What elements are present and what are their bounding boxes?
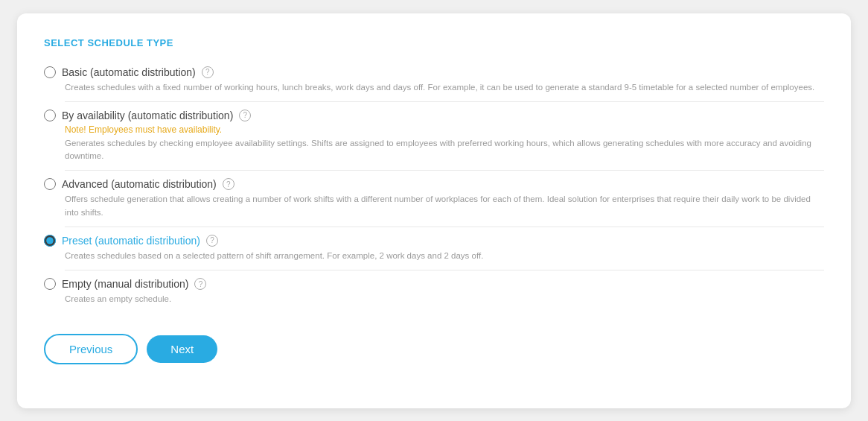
buttons-row: Previous Next	[44, 334, 824, 364]
option-label-row-preset: Preset (automatic distribution)?	[44, 235, 824, 247]
option-item-preset: Preset (automatic distribution)?Creates …	[44, 235, 824, 270]
section-title: SELECT SCHEDULE TYPE	[44, 37, 824, 48]
option-item-by-availability: By availability (automatic distribution)…	[44, 110, 824, 171]
option-item-basic: Basic (automatic distribution)?Creates s…	[44, 66, 824, 102]
schedule-type-card: SELECT SCHEDULE TYPE Basic (automatic di…	[17, 13, 851, 408]
option-description-preset: Creates schedules based on a selected pa…	[65, 250, 824, 270]
option-description-empty: Creates an empty schedule.	[65, 293, 824, 313]
option-label-row-empty: Empty (manual distribution)?	[44, 278, 824, 290]
option-description-basic: Creates schedules with a fixed number of…	[65, 81, 824, 102]
option-label-text-empty[interactable]: Empty (manual distribution)	[62, 278, 188, 290]
radio-basic[interactable]	[44, 66, 56, 78]
option-item-advanced: Advanced (automatic distribution)?Offers…	[44, 178, 824, 227]
option-description-by-availability: Generates schedules by checking employee…	[65, 137, 824, 171]
option-group: Basic (automatic distribution)?Creates s…	[44, 66, 824, 314]
next-button[interactable]: Next	[147, 335, 217, 363]
option-label-row-by-availability: By availability (automatic distribution)…	[44, 110, 824, 121]
help-icon-basic[interactable]: ?	[202, 66, 214, 78]
previous-button[interactable]: Previous	[44, 334, 138, 364]
help-icon-by-availability[interactable]: ?	[239, 110, 251, 121]
option-label-text-advanced[interactable]: Advanced (automatic distribution)	[62, 178, 217, 190]
help-icon-advanced[interactable]: ?	[223, 178, 234, 190]
radio-preset[interactable]	[44, 235, 56, 247]
option-label-text-by-availability[interactable]: By availability (automatic distribution)	[62, 110, 233, 121]
radio-empty[interactable]	[44, 278, 56, 290]
option-label-row-advanced: Advanced (automatic distribution)?	[44, 178, 824, 190]
option-label-text-basic[interactable]: Basic (automatic distribution)	[62, 66, 196, 78]
option-label-row-basic: Basic (automatic distribution)?	[44, 66, 824, 78]
help-icon-empty[interactable]: ?	[194, 278, 206, 290]
option-item-empty: Empty (manual distribution)?Creates an e…	[44, 278, 824, 313]
radio-advanced[interactable]	[44, 178, 56, 190]
option-label-text-preset[interactable]: Preset (automatic distribution)	[62, 235, 200, 247]
note-text-by-availability: Note! Employees must have availability.	[65, 124, 824, 135]
option-description-advanced: Offers schedule generation that allows c…	[65, 193, 824, 227]
help-icon-preset[interactable]: ?	[206, 235, 218, 247]
radio-by-availability[interactable]	[44, 110, 56, 121]
